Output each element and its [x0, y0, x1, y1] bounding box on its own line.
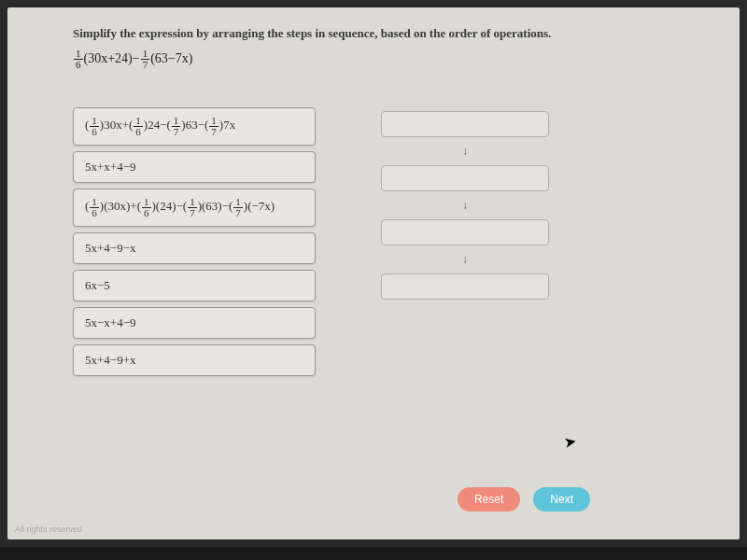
- tile-option[interactable]: 5x−x+4−9: [73, 307, 316, 339]
- work-area: (16)30x+(16)24−(17)63−(17)7x 5x+x+4−9 (1…: [73, 107, 693, 376]
- tile-option[interactable]: 5x+x+4−9: [73, 151, 316, 183]
- button-row: Reset Next: [458, 487, 590, 511]
- down-arrow-icon: ↓: [381, 145, 549, 158]
- reset-button[interactable]: Reset: [458, 487, 520, 511]
- cursor-icon: ➤: [562, 432, 577, 452]
- screen: Simplify the expression by arranging the…: [7, 7, 740, 539]
- slot-list: ↓ ↓ ↓: [381, 111, 549, 300]
- tile-list: (16)30x+(16)24−(17)63−(17)7x 5x+x+4−9 (1…: [73, 107, 316, 376]
- down-arrow-icon: ↓: [381, 199, 549, 212]
- tile-option[interactable]: (16)(30x)+(16)(24)−(17)(63)−(17)(−7x): [73, 189, 316, 227]
- tile-option[interactable]: 5x+4−9−x: [73, 232, 316, 264]
- tile-option[interactable]: (16)30x+(16)24−(17)63−(17)7x: [73, 107, 316, 146]
- taskbar: [0, 547, 747, 560]
- tile-option[interactable]: 6x−5: [73, 270, 316, 301]
- drop-slot[interactable]: [381, 111, 549, 137]
- fraction-2: 1 7: [141, 49, 150, 70]
- question-text: Simplify the expression by arranging the…: [73, 26, 693, 41]
- main-expression: 1 6 (30x+24)− 1 7 (63−7x): [73, 49, 693, 70]
- next-button[interactable]: Next: [533, 487, 590, 511]
- fraction-1: 1 6: [74, 49, 83, 70]
- drop-slot[interactable]: [381, 273, 549, 300]
- drop-slot[interactable]: [381, 219, 549, 245]
- down-arrow-icon: ↓: [381, 253, 549, 266]
- tile-option[interactable]: 5x+4−9+x: [73, 344, 316, 376]
- drop-slot[interactable]: [381, 165, 549, 191]
- footer-copyright: All rights reserved: [15, 525, 82, 534]
